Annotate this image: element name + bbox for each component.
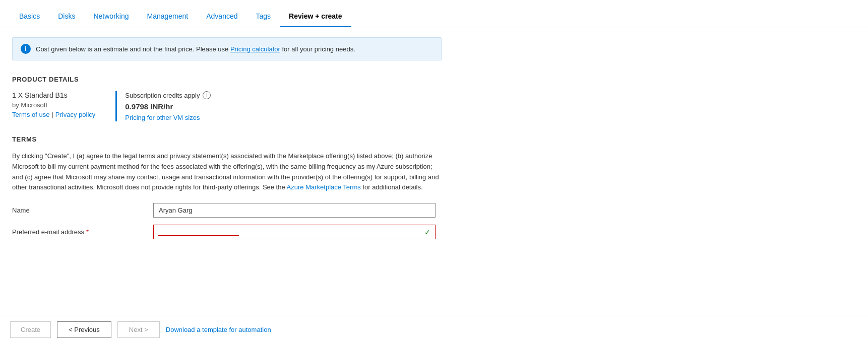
name-label: Name — [12, 207, 153, 214]
terms-of-use-link[interactable]: Terms of use — [12, 111, 49, 118]
download-template-link[interactable]: Download a template for automation — [166, 326, 271, 333]
terms-text: By clicking "Create", I (a) agree to the… — [12, 151, 442, 193]
email-error-underline — [158, 235, 239, 236]
required-indicator: * — [86, 228, 89, 236]
pricing-other-link[interactable]: Pricing for other VM sizes — [125, 114, 211, 121]
info-banner: i Cost given below is an estimate and no… — [12, 37, 442, 60]
tab-basics[interactable]: Basics — [10, 7, 49, 27]
privacy-policy-link[interactable]: Privacy policy — [55, 111, 95, 118]
product-right: Subscription credits apply i 0.9798 INR/… — [115, 91, 211, 121]
tab-advanced[interactable]: Advanced — [197, 7, 246, 27]
bottom-bar: Create < Previous Next > Download a temp… — [0, 316, 868, 343]
tab-tags[interactable]: Tags — [247, 7, 280, 27]
name-input[interactable] — [153, 203, 436, 218]
product-name: 1 X Standard B1s — [12, 91, 95, 99]
product-details-section-header: PRODUCT DETAILS — [12, 76, 442, 83]
name-form-row: Name — [12, 203, 442, 218]
tab-management[interactable]: Management — [138, 7, 198, 27]
product-details-grid: 1 X Standard B1s by Microsoft Terms of u… — [12, 91, 442, 121]
subscription-label: Subscription credits apply i — [125, 91, 211, 99]
email-wrapper: ✓ — [153, 225, 436, 239]
email-label: Preferred e-mail address * — [12, 228, 153, 236]
email-form-row: Preferred e-mail address * ✓ — [12, 225, 442, 239]
email-input[interactable] — [153, 225, 436, 239]
top-nav: Basics Disks Networking Management Advan… — [0, 0, 868, 27]
terms-section-header: TERMS — [12, 135, 442, 143]
main-content: i Cost given below is an estimate and no… — [0, 27, 454, 287]
tab-disks[interactable]: Disks — [49, 7, 84, 27]
previous-button[interactable]: < Previous — [57, 321, 111, 338]
product-links: Terms of use | Privacy policy — [12, 111, 95, 118]
info-banner-text: Cost given below is an estimate and not … — [36, 45, 355, 53]
subscription-info-icon[interactable]: i — [203, 91, 211, 99]
create-button[interactable]: Create — [10, 321, 51, 338]
product-left: 1 X Standard B1s by Microsoft Terms of u… — [12, 91, 95, 121]
product-by: by Microsoft — [12, 101, 95, 109]
price-display: 0.9798 INR/hr — [125, 102, 211, 111]
azure-marketplace-terms-link[interactable]: Azure Marketplace Terms — [287, 183, 361, 191]
pricing-calculator-link[interactable]: Pricing calculator — [230, 45, 280, 53]
next-button[interactable]: Next > — [117, 321, 160, 338]
tab-review-create[interactable]: Review + create — [280, 7, 351, 27]
tab-networking[interactable]: Networking — [84, 7, 138, 27]
email-check-icon: ✓ — [424, 228, 430, 236]
info-icon: i — [21, 44, 31, 54]
